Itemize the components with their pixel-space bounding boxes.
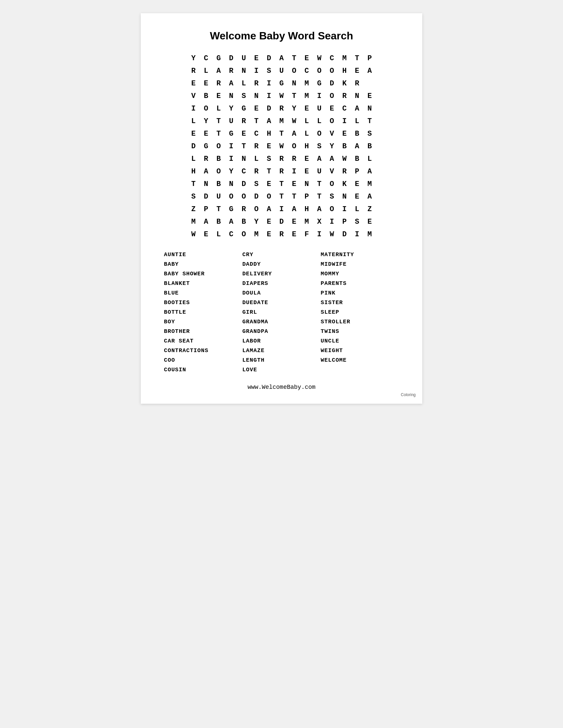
grid-cell: C xyxy=(225,228,237,241)
grid-cell: A xyxy=(363,190,376,203)
grid-cell: L xyxy=(363,153,376,165)
grid-cell: C xyxy=(250,127,262,140)
grid-cell: E xyxy=(301,153,313,165)
grid-cell: I xyxy=(187,102,200,115)
grid-cell: O xyxy=(326,115,338,127)
grid-cell: Y xyxy=(250,215,262,228)
grid-cell: R xyxy=(200,153,212,165)
grid-cell: A xyxy=(200,165,212,178)
grid-cell: I xyxy=(225,140,237,153)
grid-cell: T xyxy=(363,115,376,127)
grid-cell: M xyxy=(275,115,288,127)
grid-cell: R xyxy=(288,153,301,165)
grid-cell: R xyxy=(275,228,288,241)
grid-cell: A xyxy=(351,102,363,115)
grid-cell: O xyxy=(250,203,262,215)
grid-cell: L xyxy=(351,203,363,215)
grid-cell: A xyxy=(262,203,275,215)
grid-cell: A xyxy=(200,215,212,228)
grid-cell: C xyxy=(237,165,250,178)
grid-cell: T xyxy=(288,52,301,65)
word-item: BROTHER xyxy=(164,327,242,336)
grid-cell: B xyxy=(363,140,376,153)
grid-cell: U xyxy=(237,52,250,65)
grid-cell: D xyxy=(262,102,275,115)
grid-cell: N xyxy=(237,153,250,165)
word-item: DOULA xyxy=(242,289,321,297)
word-item: CRY xyxy=(242,250,321,259)
grid-cell: G xyxy=(200,140,212,153)
grid-cell: L xyxy=(212,228,225,241)
grid-cell: U xyxy=(212,190,225,203)
word-item: GIRL xyxy=(242,308,321,316)
grid-cell: E xyxy=(351,65,363,77)
grid-cell: T xyxy=(250,115,262,127)
grid-cell: D xyxy=(262,52,275,65)
grid-cell: D xyxy=(237,178,250,190)
word-item: BOTTLE xyxy=(164,308,242,316)
grid-cell: V xyxy=(326,127,338,140)
grid-cell: E xyxy=(200,228,212,241)
word-item: DIAPERS xyxy=(242,279,321,288)
grid-cell: G xyxy=(237,102,250,115)
grid-cell: R xyxy=(275,153,288,165)
grid-cell: E xyxy=(262,228,275,241)
coloring-label: Coloring xyxy=(401,392,416,397)
grid-cell: G xyxy=(313,77,326,90)
grid-cell: W xyxy=(288,115,301,127)
grid-cell: A xyxy=(351,140,363,153)
grid-cell: Z xyxy=(363,203,376,215)
grid-cell: R xyxy=(338,165,351,178)
word-item: MOMMY xyxy=(321,270,399,278)
grid-cell: W xyxy=(326,228,338,241)
grid-cell: S xyxy=(351,215,363,228)
grid-cell: I xyxy=(288,165,301,178)
grid-cell: T xyxy=(351,52,363,65)
grid-cell: N xyxy=(200,178,212,190)
grid-cell: M xyxy=(338,52,351,65)
grid-cell: S xyxy=(326,190,338,203)
word-item: TWINS xyxy=(321,327,399,336)
grid-cell: B xyxy=(212,178,225,190)
grid-cell: T xyxy=(212,115,225,127)
grid-cell: C xyxy=(200,52,212,65)
grid-cell: Y xyxy=(225,102,237,115)
grid-cell: W xyxy=(313,52,326,65)
grid-cell: C xyxy=(326,52,338,65)
grid-cell: L xyxy=(187,153,200,165)
grid-cell: W xyxy=(275,90,288,102)
word-item: BOY xyxy=(164,318,242,326)
grid-cell: L xyxy=(212,102,225,115)
grid-cell: D xyxy=(338,228,351,241)
word-item: LOVE xyxy=(242,366,321,374)
grid-cell: M xyxy=(187,215,200,228)
grid-cell: O xyxy=(313,65,326,77)
grid-cell: Y xyxy=(200,115,212,127)
word-item: BLANKET xyxy=(164,279,242,288)
grid-cell: T xyxy=(275,127,288,140)
grid-cell: R xyxy=(250,77,262,90)
grid-cell: I xyxy=(338,115,351,127)
grid-cell: R xyxy=(225,65,237,77)
grid-cell: A xyxy=(288,127,301,140)
grid-cell: O xyxy=(212,140,225,153)
grid-cell: A xyxy=(363,165,376,178)
grid-cell: O xyxy=(288,65,301,77)
page: Welcome Baby Word Search YCGDUEDATEWCMTP… xyxy=(141,13,422,404)
grid-cell: B xyxy=(212,153,225,165)
grid-cell: L xyxy=(301,127,313,140)
grid-cell: E xyxy=(288,215,301,228)
grid-cell: E xyxy=(288,228,301,241)
grid-cell: R xyxy=(237,203,250,215)
grid-cell: G xyxy=(212,52,225,65)
grid-cell: T xyxy=(212,203,225,215)
grid-cell: L xyxy=(200,65,212,77)
grid-cell: B xyxy=(200,90,212,102)
grid-cell xyxy=(363,77,376,90)
word-item: MATERNITY xyxy=(321,250,399,259)
grid-cell: O xyxy=(225,190,237,203)
word-item: PINK xyxy=(321,289,399,297)
grid-cell: L xyxy=(237,77,250,90)
grid-cell: D xyxy=(250,190,262,203)
grid-cell: U xyxy=(275,65,288,77)
